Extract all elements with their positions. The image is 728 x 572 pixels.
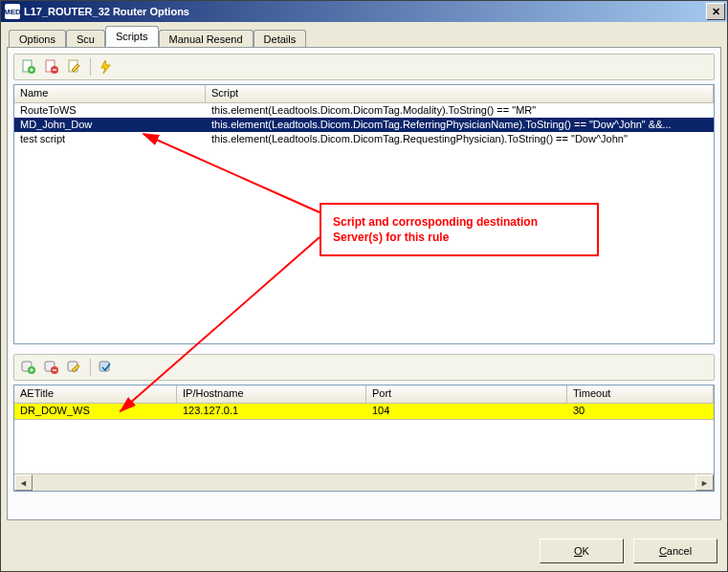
script-body-cell: this.element(Leadtools.Dicom.DicomTag.Mo… [206, 103, 714, 118]
horizontal-scrollbar[interactable]: ◄ ► [14, 473, 714, 491]
scripts-toolbar [13, 54, 715, 80]
dest-col-header-port[interactable]: Port [366, 385, 567, 403]
destinations-grid[interactable]: AETitle IP/Hostname Port Timeout DR_DOW_… [13, 385, 715, 492]
delete-script-button[interactable] [41, 56, 62, 77]
delete-destination-button[interactable] [41, 357, 62, 378]
script-body-cell: this.element(Leadtools.Dicom.DicomTag.Re… [206, 118, 714, 132]
dialog-button-row: OK Cancel [540, 539, 717, 563]
annotation-callout: Script and corrosponding destination Ser… [320, 203, 599, 256]
server-delete-icon [44, 360, 59, 375]
scripts-col-header-name[interactable]: Name [14, 85, 206, 102]
annotation-line1: Script and corrosponding destination [333, 214, 585, 230]
dest-port-cell: 104 [366, 404, 567, 419]
page-delete-icon [44, 59, 59, 75]
tab-options[interactable]: Options [9, 30, 66, 48]
run-script-button[interactable] [96, 56, 117, 77]
ok-accel: O [574, 545, 583, 557]
router-options-window: MED L17_ROUTER_32 Router Options ✕ Optio… [0, 0, 728, 572]
lightning-icon [99, 59, 114, 75]
script-body-cell: this.element(Leadtools.Dicom.DicomTag.Re… [206, 132, 714, 146]
server-check-icon [99, 360, 114, 375]
verify-destination-button[interactable] [96, 357, 117, 378]
dest-timeout-cell: 30 [567, 404, 714, 419]
destinations-toolbar [13, 354, 715, 381]
tab-scripts[interactable]: Scripts [105, 26, 159, 47]
tab-manual-resend[interactable]: Manual Resend [159, 30, 254, 48]
script-row[interactable]: test script this.element(Leadtools.Dicom… [14, 132, 714, 146]
dest-col-header-ip[interactable]: IP/Hostname [177, 385, 366, 403]
annotation-line2: Server(s) for this rule [333, 230, 585, 245]
close-icon[interactable]: ✕ [706, 3, 725, 20]
add-script-button[interactable] [18, 56, 39, 77]
server-edit-icon [67, 360, 82, 375]
tab-details[interactable]: Details [254, 30, 307, 48]
tab-strip: Options Scu Scripts Manual Resend Detail… [9, 26, 721, 47]
cancel-label-rest: ancel [667, 545, 692, 557]
destination-row[interactable]: DR_DOW_WS 123.127.0.1 104 30 [14, 404, 714, 420]
ok-label-rest: K [583, 545, 589, 557]
window-title: L17_ROUTER_32 Router Options [24, 6, 706, 17]
page-edit-icon [67, 59, 82, 75]
dest-aetitle-cell: DR_DOW_WS [14, 404, 177, 419]
ok-button[interactable]: OK [540, 539, 624, 563]
app-icon: MED [5, 4, 20, 19]
dest-ip-cell: 123.127.0.1 [177, 404, 366, 419]
scripts-panel: Name Script RouteToWS this.element(Leadt… [7, 47, 721, 520]
cancel-accel: C [659, 545, 667, 557]
script-row[interactable]: RouteToWS this.element(Leadtools.Dicom.D… [14, 103, 714, 118]
edit-script-button[interactable] [64, 56, 85, 77]
add-destination-button[interactable] [18, 357, 39, 378]
titlebar: MED L17_ROUTER_32 Router Options ✕ [1, 1, 727, 22]
tab-scu[interactable]: Scu [66, 30, 105, 48]
server-add-icon [21, 360, 36, 375]
toolbar-separator [90, 359, 91, 376]
scroll-right-icon[interactable]: ► [695, 474, 714, 491]
dest-col-header-aetitle[interactable]: AETitle [14, 385, 177, 403]
script-name-cell: RouteToWS [14, 103, 206, 118]
script-row[interactable]: MD_John_Dow this.element(Leadtools.Dicom… [14, 118, 714, 132]
toolbar-separator [90, 58, 91, 76]
script-name-cell: test script [14, 132, 206, 146]
script-name-cell: MD_John_Dow [14, 118, 206, 132]
scroll-left-icon[interactable]: ◄ [14, 474, 33, 491]
scripts-col-header-script[interactable]: Script [206, 85, 714, 102]
page-add-icon [21, 59, 36, 75]
dest-col-header-timeout[interactable]: Timeout [567, 385, 714, 403]
cancel-button[interactable]: Cancel [633, 539, 717, 563]
edit-destination-button[interactable] [64, 357, 85, 378]
